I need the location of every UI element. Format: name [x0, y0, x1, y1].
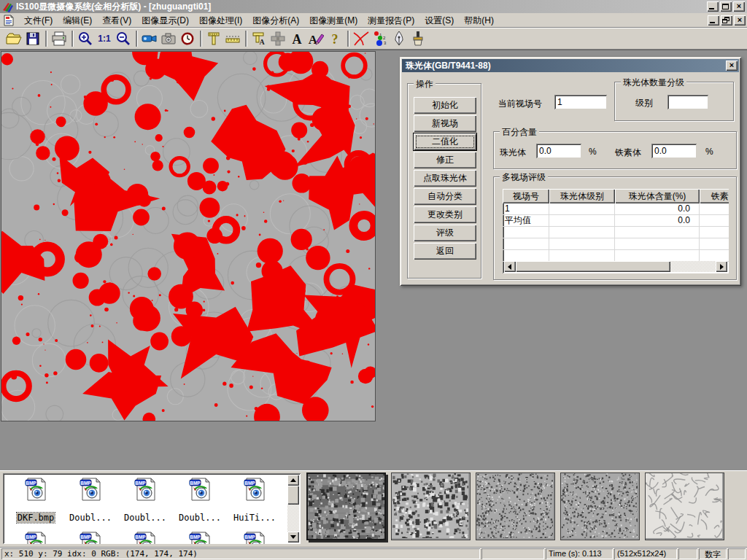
table-row-1[interactable]: 平均值0.0 [503, 215, 729, 227]
classify-points-button[interactable]: 1 2 3 [371, 30, 390, 47]
curve-tool-button[interactable] [352, 30, 371, 47]
mdi-minimize-button[interactable] [708, 15, 719, 26]
op-button-1[interactable]: 新视场 [414, 115, 476, 132]
table-column-header-0[interactable]: 视场号 [503, 189, 549, 203]
image-size-status: (512x512x24) [614, 548, 677, 559]
file-item-row2-4[interactable]: BMP [231, 532, 279, 544]
file-item-3[interactable]: BMPDoubl... [176, 478, 224, 523]
table-column-header-1[interactable]: 珠光体级别 [549, 189, 615, 203]
caliper-text-icon: A [252, 31, 266, 46]
op-button-2[interactable]: 二值化 [414, 133, 476, 150]
bmp-file-icon: BMP [243, 532, 266, 544]
scrollbar-thumb[interactable] [516, 261, 670, 272]
clock-button[interactable] [178, 30, 197, 47]
zoom-out-button[interactable] [114, 30, 133, 47]
op-button-4[interactable]: 点取珠光体 [414, 170, 476, 187]
video-camera-button[interactable] [140, 30, 159, 47]
pen-tool-button[interactable] [390, 30, 409, 47]
table-row-3[interactable] [503, 238, 729, 250]
menu-items: 文件(F)编辑(E)查看(V)图像显示(D)图像处理(I)图像分析(A)图像测量… [19, 13, 499, 28]
file-item-2[interactable]: BMPDoubl... [121, 478, 169, 523]
pearlite-value-input[interactable]: 0.0 [536, 144, 581, 158]
video-camera-icon [142, 32, 158, 45]
merge-grid-button[interactable] [268, 30, 287, 47]
maximize-button[interactable] [720, 1, 732, 12]
dialog-close-button[interactable]: × [726, 61, 738, 71]
menu-item-8[interactable]: 设置(S) [419, 13, 459, 28]
gallery-thumbnail-1[interactable] [391, 472, 471, 540]
file-item-row2-0[interactable]: BMP [12, 532, 60, 544]
menu-item-2[interactable]: 查看(V) [97, 13, 136, 28]
gallery-thumbnail-3[interactable] [560, 472, 640, 540]
menu-item-6[interactable]: 图像测量(M) [304, 13, 363, 28]
table-cell [700, 203, 729, 215]
scroll-left-arrow[interactable] [504, 261, 516, 272]
gallery-thumbnail-0[interactable] [306, 472, 386, 540]
table-row-4[interactable] [503, 250, 729, 262]
gallery-thumbnail-4[interactable] [645, 472, 724, 540]
open-file-button[interactable] [4, 30, 23, 47]
file-item-0[interactable]: BMPDKF.bmp [12, 478, 60, 523]
scrollbar-thumb[interactable] [287, 486, 299, 505]
scroll-down-arrow[interactable] [287, 532, 299, 542]
op-button-3[interactable]: 修正 [414, 152, 476, 168]
current-field-label: 当前视场号 [498, 98, 542, 110]
op-button-0[interactable]: 初始化 [414, 97, 476, 114]
minimize-button[interactable] [707, 1, 719, 12]
brush-tool-button[interactable] [409, 30, 427, 47]
svg-text:BMP: BMP [26, 534, 36, 540]
menu-item-1[interactable]: 编辑(E) [58, 13, 97, 28]
print-button[interactable] [50, 30, 69, 47]
menu-item-9[interactable]: 帮助(H) [459, 13, 499, 28]
op-button-6[interactable]: 更改类别 [414, 206, 476, 223]
text-label-button[interactable]: A [287, 30, 306, 47]
menu-item-0[interactable]: 文件(F) [19, 13, 58, 28]
scroll-right-arrow[interactable] [716, 261, 727, 272]
menu-item-7[interactable]: 测量报告(P) [363, 13, 419, 28]
table-column-header-3[interactable]: 铁素体含量(%) [700, 189, 729, 203]
toolbar-separator [347, 31, 349, 47]
menu-item-3[interactable]: 图像显示(D) [136, 13, 194, 28]
ferrite-value-input[interactable]: 0.0 [651, 144, 697, 158]
file-item-4[interactable]: BMPHuiTi... [231, 478, 279, 523]
file-list[interactable]: BMPDKF.bmpBMPDoubl...BMPDoubl...BMPDoubl… [3, 473, 301, 544]
table-row-0[interactable]: 10.0 [503, 203, 729, 215]
op-button-7[interactable]: 评级 [414, 225, 476, 241]
zoom-in-button[interactable] [76, 30, 95, 47]
op-button-8[interactable]: 返回 [414, 243, 476, 260]
text-edit-button[interactable]: A [306, 30, 325, 47]
current-field-input[interactable]: 1 [554, 95, 607, 109]
letter-a-pencil-icon: A [308, 31, 324, 46]
file-list-scrollbar[interactable] [287, 475, 299, 542]
table-cell [615, 227, 700, 238]
caliper-vertical-button[interactable] [204, 30, 223, 47]
close-button[interactable]: × [733, 1, 745, 12]
file-item-row2-2[interactable]: BMP [121, 532, 169, 544]
actual-size-button[interactable]: 1:1 [95, 30, 114, 47]
op-button-5[interactable]: 自动分类 [414, 188, 476, 205]
ruler-horizontal-button[interactable] [223, 30, 242, 47]
mdi-close-button[interactable]: × [734, 15, 746, 26]
micrograph-image[interactable] [1, 51, 376, 421]
grade-input[interactable] [667, 95, 708, 109]
help-button[interactable]: ? [325, 30, 344, 47]
table-column-header-2[interactable]: 珠光体含量(%) [615, 189, 700, 203]
menu-item-4[interactable]: 图像处理(I) [194, 13, 247, 28]
table-row-2[interactable] [503, 227, 729, 238]
scroll-up-arrow[interactable] [287, 475, 299, 486]
mdi-restore-button[interactable] [721, 15, 732, 26]
table-horizontal-scrollbar[interactable] [504, 261, 727, 272]
file-item-1[interactable]: BMPDoubl... [66, 478, 115, 523]
dialog-title-bar[interactable]: 珠光体(GB/T9441-88) × [402, 59, 739, 72]
save-button[interactable] [23, 30, 42, 47]
table-cell [503, 227, 549, 238]
file-item-row2-1[interactable]: BMP [66, 532, 115, 544]
caliper-text-button[interactable]: A [249, 30, 268, 47]
file-item-row2-3[interactable]: BMP [176, 532, 224, 544]
rating-table[interactable]: 视场号珠光体级别珠光体含量(%)铁素体含量(%) 10.0平均值0.0 [503, 189, 729, 273]
svg-text:BMP: BMP [135, 534, 146, 540]
caliper-vertical-icon [206, 31, 221, 46]
menu-item-5[interactable]: 图像分析(A) [247, 13, 304, 28]
gallery-thumbnail-2[interactable] [476, 472, 555, 540]
photo-camera-button[interactable] [159, 30, 178, 47]
